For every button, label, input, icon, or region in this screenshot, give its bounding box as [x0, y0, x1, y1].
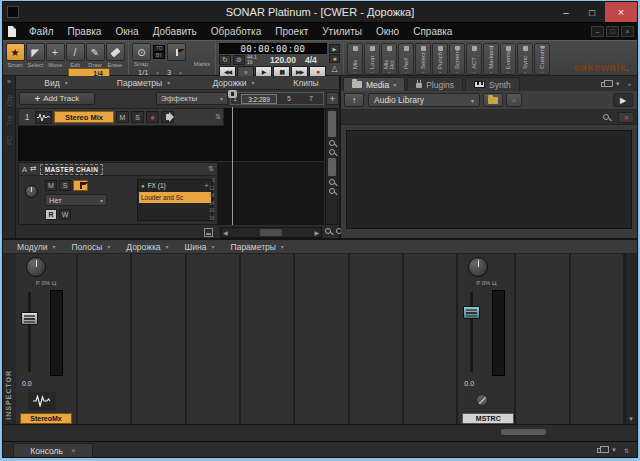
- track-1-header[interactable]: 1 Stereo Mix M S ● ⇅: [18, 108, 224, 126]
- snap-marks-button[interactable]: ✎: [167, 43, 186, 61]
- menu-process[interactable]: Обработка: [204, 23, 268, 40]
- master-pan-knob[interactable]: [25, 185, 38, 198]
- menu-file[interactable]: Файл: [22, 23, 61, 40]
- tab-media[interactable]: Media▾: [343, 77, 405, 91]
- menu-insert[interactable]: Добавить: [146, 23, 204, 40]
- empty-console-column[interactable]: [571, 254, 625, 424]
- playhead-marker-handle[interactable]: [228, 90, 237, 98]
- browser-search-row[interactable]: ×: [341, 110, 637, 125]
- menu-window[interactable]: Окно: [369, 23, 406, 40]
- scroll-left-icon[interactable]: ◀: [223, 229, 228, 236]
- bus-clip-lane[interactable]: [218, 162, 324, 225]
- master-input-dropdown[interactable]: Нет▾: [45, 194, 107, 206]
- lane-options-icon[interactable]: [204, 228, 213, 237]
- tv-menu-options[interactable]: Параметры▾: [96, 78, 191, 88]
- scrub-icon-button[interactable]: ⊘: [233, 55, 245, 65]
- module-sync[interactable]: Sync⌄: [517, 43, 533, 75]
- snap-to-by-toggle[interactable]: TOBY: [153, 45, 165, 59]
- scrollbar-thumb[interactable]: [501, 429, 546, 435]
- tv-menu-tracks[interactable]: Дорожки▾: [191, 78, 276, 88]
- volume-fader[interactable]: [463, 306, 480, 319]
- zoom-out-icon[interactable]: [325, 228, 331, 234]
- menu-views[interactable]: Окна: [108, 23, 145, 40]
- module-custom[interactable]: Custom⌄: [534, 43, 550, 75]
- mdi-close-button[interactable]: ×: [621, 26, 634, 37]
- console-vertical-scrollbar[interactable]: ▼: [625, 254, 637, 424]
- pan-value[interactable]: P 0% Ц: [16, 280, 76, 286]
- expand-icon[interactable]: ⇅: [208, 165, 214, 173]
- dock-windows-icon[interactable]: [597, 448, 604, 453]
- tab-synth[interactable]: Synth: [465, 77, 520, 91]
- automation-read-button[interactable]: R: [45, 209, 57, 220]
- empty-console-column[interactable]: [241, 254, 295, 424]
- collapse-chevrons-icon[interactable]: »: [628, 81, 631, 87]
- fx-plugin-item[interactable]: Louder and Sc: [139, 192, 211, 203]
- expand-chevrons-icon[interactable]: »: [7, 78, 11, 85]
- media-location-dropdown[interactable]: Audio Library▾: [368, 93, 480, 107]
- play-state-button[interactable]: ▶: [329, 44, 340, 53]
- module-events[interactable]: Events⌄: [500, 43, 516, 75]
- folder-up-button[interactable]: ↑: [344, 93, 364, 107]
- media-file-list[interactable]: [346, 130, 632, 229]
- select-tool-button[interactable]: ◤: [26, 43, 45, 61]
- empty-console-column[interactable]: [516, 254, 570, 424]
- empty-console-column[interactable]: [295, 254, 349, 424]
- clear-location-button[interactable]: ×: [506, 93, 522, 107]
- clear-search-button[interactable]: ×: [618, 112, 634, 123]
- master-freeze-button[interactable]: [73, 180, 88, 191]
- rail-tab-prochannel[interactable]: PC: [6, 136, 13, 145]
- volume-fader[interactable]: [21, 312, 38, 325]
- menu-help[interactable]: Справка: [406, 23, 459, 40]
- empty-console-column[interactable]: [78, 254, 132, 424]
- console-horizontal-scrollbar[interactable]: [3, 424, 637, 441]
- scrollbar-thumb[interactable]: [328, 111, 336, 137]
- fx-power-icon[interactable]: ●: [141, 183, 145, 189]
- zoom-out-icon[interactable]: [329, 179, 335, 185]
- timeline-ruler[interactable]: 1 3:2:289 5 7: [230, 92, 324, 105]
- time-display[interactable]: 00:00:00:00: [219, 43, 327, 54]
- add-track-button[interactable]: +Add Track: [19, 92, 95, 105]
- scrollbar-thumb[interactable]: [260, 229, 282, 236]
- close-tab-icon[interactable]: ×: [71, 446, 76, 455]
- track-echo-button[interactable]: [161, 111, 174, 123]
- strip-name[interactable]: StereoMx: [20, 413, 72, 424]
- track-solo-button[interactable]: S: [131, 111, 144, 123]
- erase-tool-button[interactable]: [106, 43, 125, 61]
- smart-tool-button[interactable]: ★: [6, 43, 25, 61]
- expand-collapse-icon[interactable]: ⇅: [624, 447, 629, 454]
- fx-bin-header[interactable]: ● FX (1) +: [138, 180, 212, 191]
- rail-tab-clip[interactable]: Clip: [6, 95, 13, 106]
- tab-plugins[interactable]: Plugins: [407, 77, 463, 91]
- track-expand-icon[interactable]: ⇅: [215, 113, 221, 121]
- module-act[interactable]: ACT⌄: [466, 43, 482, 75]
- console-menu-strips[interactable]: Полосы▾: [71, 242, 110, 252]
- track-view-horizontal-scrollbar[interactable]: ◀ ▶: [220, 227, 322, 238]
- module-markers[interactable]: Markers⌄: [483, 43, 499, 75]
- draw-tool-button[interactable]: ✎: [86, 43, 105, 61]
- console-menu-options[interactable]: Параметры▾: [231, 242, 284, 252]
- mdi-minimize-button[interactable]: –: [591, 26, 604, 37]
- effects-dropdown[interactable]: Эффекты▾: [156, 92, 228, 105]
- pan-knob[interactable]: [26, 257, 46, 277]
- time-signature-value[interactable]: 4/4: [305, 55, 317, 65]
- empty-console-column[interactable]: [132, 254, 186, 424]
- empty-console-column[interactable]: [187, 254, 241, 424]
- module-loop[interactable]: Loop⌄: [364, 43, 380, 75]
- master-chain-header[interactable]: A ⇄ MASTER CHAIN ⇅: [19, 163, 217, 176]
- volume-value[interactable]: 0.0: [464, 380, 474, 387]
- console-tab[interactable]: Консоль ×: [13, 443, 93, 457]
- empty-console-column[interactable]: [350, 254, 404, 424]
- volume-value[interactable]: 0.0: [22, 380, 32, 387]
- menu-edit[interactable]: Правка: [61, 23, 109, 40]
- preview-play-button[interactable]: ▶: [613, 93, 633, 107]
- scroll-down-icon[interactable]: ▼: [628, 416, 634, 422]
- console-menu-bus[interactable]: Шина▾: [185, 242, 215, 252]
- dropdown-icon[interactable]: ▼: [615, 81, 621, 87]
- tv-menu-clips[interactable]: Клипы: [276, 78, 336, 88]
- track-name[interactable]: Stereo Mix: [54, 111, 114, 123]
- zoom-out-icon[interactable]: [329, 140, 335, 146]
- module-perf[interactable]: Perf⌄: [398, 43, 414, 75]
- module-mix[interactable]: Mix⌄: [347, 43, 363, 75]
- module-mixrcl[interactable]: Mix Rcl⌄: [381, 43, 397, 75]
- menu-project[interactable]: Проект: [268, 23, 315, 40]
